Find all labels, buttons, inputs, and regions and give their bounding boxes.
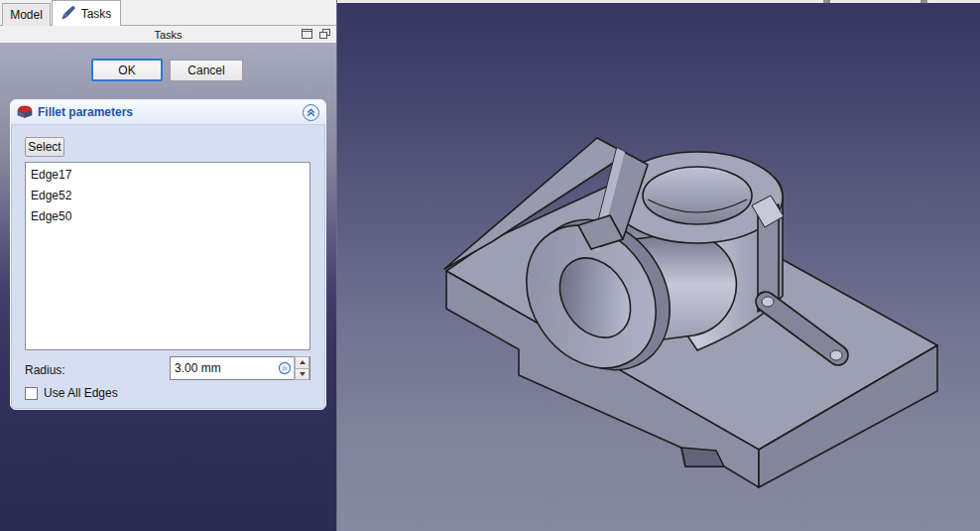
tab-model-label: Model [10,8,43,22]
edge-list-item[interactable]: Edge50 [26,206,309,227]
freecad-window: Model Tasks Tasks [0,0,980,531]
tasks-panel: Model Tasks Tasks [0,0,337,531]
fillet-parameters-title: Fillet parameters [38,105,133,119]
tab-tasks[interactable]: Tasks [52,0,121,26]
use-all-edges-checkbox[interactable] [25,387,38,400]
panel-tabbar: Model Tasks [0,0,336,26]
use-all-edges-row: Use All Edges [25,386,118,400]
panel-title-buttons [302,29,330,39]
float-window-icon[interactable] [319,29,330,39]
double-chevron-up-icon [306,107,316,118]
cancel-button[interactable]: Cancel [170,60,243,81]
stepper-up-icon[interactable] [295,356,309,368]
svg-text:fx: fx [282,364,287,371]
select-button[interactable]: Select [25,137,64,157]
tab-model[interactable]: Model [2,3,51,26]
fillet-parameters-header: Fillet parameters [11,100,325,125]
cad-part-model[interactable] [337,3,980,531]
radius-label: Radius: [25,363,65,377]
fillet-parameters-box: Fillet parameters Select Edge17 Edge52 E… [10,99,326,410]
radius-stepper [294,356,309,380]
ok-button[interactable]: OK [91,59,163,81]
edge-list-item[interactable]: Edge17 [26,165,309,186]
fillet-box-icon [17,103,33,122]
use-all-edges-label: Use All Edges [44,386,118,400]
viewport-3d[interactable] [337,0,980,531]
stepper-down-icon[interactable] [295,368,309,381]
edge-list-item[interactable]: Edge52 [26,186,309,206]
pen-icon [61,5,76,23]
tab-tasks-label: Tasks [81,7,112,21]
radius-input[interactable] [171,357,277,379]
radius-spinbox: fx [170,356,310,380]
panel-title: Tasks [0,26,336,43]
edge-list[interactable]: Edge17 Edge52 Edge50 [25,162,310,350]
collapse-button[interactable] [303,104,319,121]
tasks-panel-body: OK Cancel Fillet parameters [0,43,336,531]
fx-circle-icon[interactable]: fx [277,361,292,376]
dock-window-icon[interactable] [302,29,312,39]
